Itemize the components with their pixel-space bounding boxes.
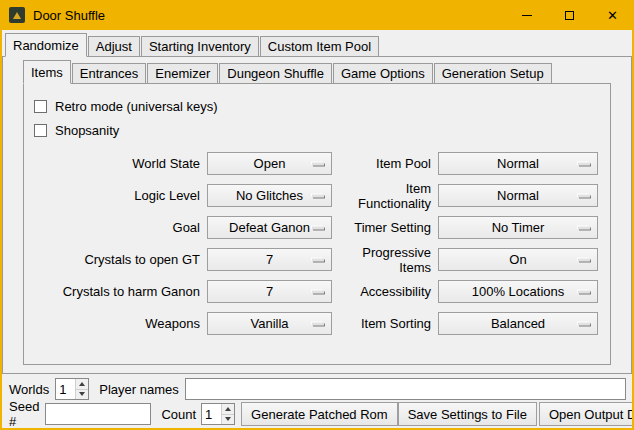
timer-setting-dropdown[interactable]: No Timer	[438, 216, 598, 239]
tab-custom-item-pool[interactable]: Custom Item Pool	[260, 36, 379, 57]
weapons-label: Weapons	[34, 316, 200, 331]
count-spin-down[interactable]	[222, 414, 234, 425]
tab-enemizer[interactable]: Enemizer	[147, 63, 218, 84]
save-settings-button[interactable]: Save Settings to File	[398, 402, 537, 426]
item-functionality-label: Item Functionality	[332, 181, 431, 211]
item-sorting-dropdown[interactable]: Balanced	[438, 312, 598, 335]
player-names-input[interactable]	[185, 378, 626, 400]
inner-tab-bar: Items Entrances Enemizer Dungeon Shuffle…	[3, 57, 631, 84]
close-icon: ✕	[607, 9, 618, 22]
generate-patched-rom-button[interactable]: Generate Patched Rom	[241, 402, 398, 426]
tab-generation-setup[interactable]: Generation Setup	[434, 63, 552, 84]
window-title: Door Shuffle	[33, 8, 105, 23]
seed-input[interactable]	[45, 403, 151, 425]
accessibility-dropdown[interactable]: 100% Locations	[438, 280, 598, 303]
dropdown-indicator-icon	[578, 162, 590, 165]
dropdown-indicator-icon	[312, 322, 324, 325]
accessibility-label: Accessibility	[332, 284, 431, 299]
app-window: Door Shuffle ✕ Randomize Adjust Starting…	[0, 0, 634, 430]
crystals-gt-value: 7	[266, 252, 273, 267]
item-pool-dropdown[interactable]: Normal	[438, 152, 598, 175]
tab-adjust[interactable]: Adjust	[88, 36, 140, 57]
tab-entrances[interactable]: Entrances	[72, 63, 147, 84]
retro-mode-checkbox[interactable]	[34, 100, 47, 113]
worlds-spinbox[interactable]	[55, 378, 89, 400]
progressive-items-label: Progressive Items	[332, 245, 431, 275]
item-sorting-value: Balanced	[491, 316, 545, 331]
shopsanity-checkbox-row[interactable]: Shopsanity	[34, 120, 610, 140]
tab-starting-inventory[interactable]: Starting Inventory	[141, 36, 259, 57]
dropdown-indicator-icon	[312, 226, 324, 229]
worlds-label: Worlds	[9, 382, 49, 397]
progressive-items-value: On	[509, 252, 526, 267]
app-icon	[9, 7, 25, 23]
shopsanity-checkbox[interactable]	[34, 124, 47, 137]
accessibility-value: 100% Locations	[472, 284, 565, 299]
world-state-label: World State	[34, 156, 200, 171]
tab-randomize[interactable]: Randomize	[5, 33, 87, 57]
titlebar: Door Shuffle ✕	[0, 0, 634, 30]
crystals-ganon-value: 7	[266, 284, 273, 299]
client-area: Randomize Adjust Starting Inventory Cust…	[2, 30, 632, 428]
crystals-gt-label: Crystals to open GT	[34, 252, 200, 267]
dropdown-indicator-icon	[578, 226, 590, 229]
option-row: Logic Level No Glitches Item Functionali…	[34, 184, 610, 207]
logic-level-label: Logic Level	[34, 188, 200, 203]
option-row: Goal Defeat Ganon Timer Setting No Timer	[34, 216, 610, 239]
worlds-spin-arrows	[75, 379, 88, 399]
close-button[interactable]: ✕	[591, 0, 634, 30]
dropdown-indicator-icon	[312, 194, 324, 197]
item-functionality-dropdown[interactable]: Normal	[438, 184, 598, 207]
footer-row-worlds: Worlds Player names	[9, 378, 626, 400]
goal-value: Defeat Ganon	[229, 220, 310, 235]
dropdown-indicator-icon	[578, 194, 590, 197]
world-state-dropdown[interactable]: Open	[207, 152, 332, 175]
item-sorting-label: Item Sorting	[332, 316, 431, 331]
shopsanity-label: Shopsanity	[55, 123, 119, 138]
open-output-directory-button[interactable]: Open Output Directory	[539, 402, 632, 426]
player-names-label: Player names	[99, 382, 178, 397]
logic-level-value: No Glitches	[236, 188, 303, 203]
count-spinbox[interactable]	[201, 403, 235, 425]
option-row: Weapons Vanilla Item Sorting Balanced	[34, 312, 610, 335]
weapons-dropdown[interactable]: Vanilla	[207, 312, 332, 335]
option-rows: World State Open Item Pool Normal Logic …	[34, 152, 610, 335]
crystals-ganon-dropdown[interactable]: 7	[207, 280, 332, 303]
timer-setting-value: No Timer	[492, 220, 545, 235]
arrow-down-icon	[79, 392, 85, 396]
world-state-value: Open	[254, 156, 286, 171]
option-row: Crystals to harm Ganon 7 Accessibility 1…	[34, 280, 610, 303]
tab-dungeon-shuffle[interactable]: Dungeon Shuffle	[219, 63, 332, 84]
minimize-icon	[522, 15, 532, 16]
tab-items[interactable]: Items	[23, 60, 71, 84]
logic-level-dropdown[interactable]: No Glitches	[207, 184, 332, 207]
retro-mode-checkbox-row[interactable]: Retro mode (universal keys)	[34, 96, 610, 116]
weapons-value: Vanilla	[250, 316, 288, 331]
tab-game-options[interactable]: Game Options	[333, 63, 433, 84]
retro-mode-label: Retro mode (universal keys)	[55, 99, 218, 114]
worlds-spin-up[interactable]	[76, 379, 88, 389]
item-pool-value: Normal	[497, 156, 539, 171]
item-functionality-value: Normal	[497, 188, 539, 203]
worlds-spin-down[interactable]	[76, 389, 88, 400]
count-spin-up[interactable]	[222, 404, 234, 414]
count-label: Count	[161, 407, 196, 422]
minimize-button[interactable]	[505, 0, 548, 30]
arrow-up-icon	[225, 407, 231, 411]
count-input[interactable]	[202, 404, 221, 424]
progressive-items-dropdown[interactable]: On	[438, 248, 598, 271]
goal-dropdown[interactable]: Defeat Ganon	[207, 216, 332, 239]
footer: Worlds Player names Seed # Count	[2, 374, 632, 428]
dropdown-indicator-icon	[578, 290, 590, 293]
worlds-input[interactable]	[56, 379, 75, 399]
option-row: Crystals to open GT 7 Progressive Items …	[34, 248, 610, 271]
randomize-panel: Items Entrances Enemizer Dungeon Shuffle…	[2, 56, 632, 374]
timer-setting-label: Timer Setting	[332, 220, 431, 235]
goal-label: Goal	[34, 220, 200, 235]
count-spin-arrows	[221, 404, 234, 424]
dropdown-indicator-icon	[578, 322, 590, 325]
arrow-down-icon	[225, 417, 231, 421]
crystals-gt-dropdown[interactable]: 7	[207, 248, 332, 271]
dropdown-indicator-icon	[312, 290, 324, 293]
maximize-button[interactable]	[548, 0, 591, 30]
